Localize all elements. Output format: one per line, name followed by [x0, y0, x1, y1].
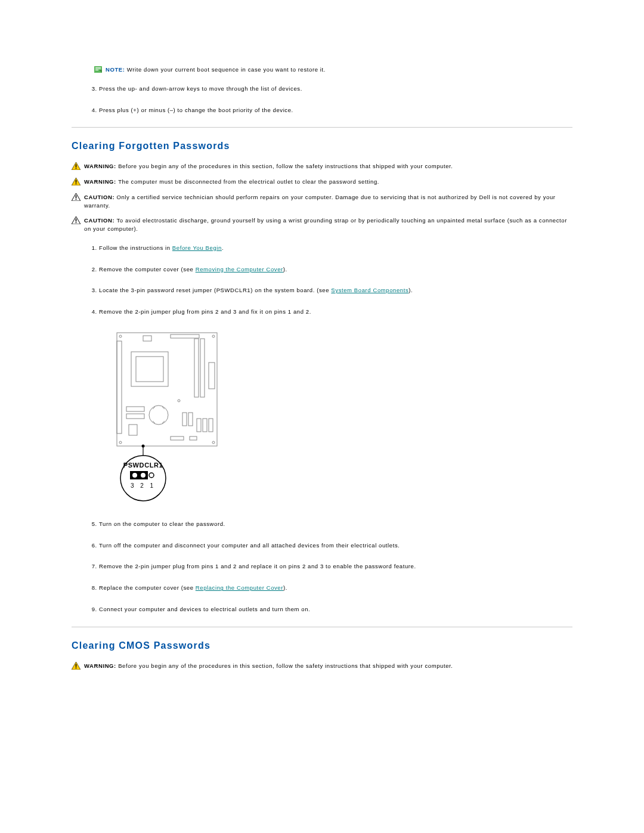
step-text: Locate the 3-pin password reset jumper (…: [99, 287, 331, 293]
step-item: Press plus (+) or minus (–) to change th…: [99, 106, 572, 114]
svg-rect-6: [76, 168, 77, 169]
note-body: Write down your current boot sequence in…: [127, 66, 326, 73]
caution-icon: [72, 216, 80, 224]
warning-body: The computer must be disconnected from t…: [118, 178, 379, 185]
warning-label: WARNING:: [84, 662, 118, 669]
admonition-list-section1: WARNING: Before you begin any of the pro…: [72, 162, 572, 233]
svg-rect-15: [76, 222, 77, 224]
caution-block: CAUTION: Only a certified service techni…: [72, 193, 572, 210]
system-board-figure: PSWDCLR1 3 2 1: [113, 329, 572, 503]
doc-link[interactable]: Removing the Computer Cover: [196, 266, 283, 272]
step-text: Remove the 2-pin jumper plug from pins 2…: [99, 308, 311, 315]
doc-link[interactable]: System Board Components: [331, 287, 408, 293]
warning-label: WARNING:: [84, 178, 118, 185]
doc-link[interactable]: Before You Begin: [172, 244, 222, 251]
svg-rect-16: [117, 333, 217, 446]
step-item: Remove the computer cover (see Removing …: [99, 265, 572, 274]
warning-icon: [72, 662, 80, 670]
step-item: Turn on the computer to clear the passwo…: [99, 520, 572, 528]
jumper-pins: 3 2 1: [131, 482, 156, 489]
step-text: Replace the computer cover (see: [99, 584, 196, 591]
step-item: Locate the 3-pin password reset jumper (…: [99, 286, 572, 295]
warning-text: WARNING: Before you begin any of the pro…: [84, 662, 453, 670]
warning-icon: [72, 162, 80, 170]
svg-rect-14: [76, 219, 77, 222]
warning-block: WARNING: Before you begin any of the pro…: [72, 162, 572, 171]
warning-icon: [72, 178, 80, 185]
svg-rect-53: [76, 664, 77, 667]
svg-rect-54: [76, 667, 77, 668]
svg-point-50: [141, 473, 145, 478]
step-text-post: ).: [283, 266, 287, 272]
step-item: Turn off the computer and disconnect you…: [99, 541, 572, 550]
step-text: Turn off the computer and disconnect you…: [99, 542, 400, 549]
step-text: Remove the 2-pin jumper plug from pins 1…: [99, 563, 416, 569]
warning-body: Before you begin any of the procedures i…: [118, 662, 453, 669]
warning-label: WARNING:: [84, 163, 118, 169]
section-title-clearing-forgotten-passwords: Clearing Forgotten Passwords: [72, 141, 572, 151]
caution-body: Only a certified service technician shou…: [84, 194, 556, 209]
svg-rect-8: [76, 180, 77, 183]
step-item: Follow the instructions in Before You Be…: [99, 244, 572, 252]
procedure-steps-a: Follow the instructions in Before You Be…: [94, 244, 572, 316]
svg-rect-1: [95, 67, 101, 68]
note-label: NOTE:: [106, 66, 125, 73]
caution-text: CAUTION: To avoid electrostatic discharg…: [84, 216, 572, 233]
step-text: Connect your computer and devices to ele…: [99, 606, 310, 612]
caution-block: CAUTION: To avoid electrostatic discharg…: [72, 216, 572, 233]
svg-rect-5: [76, 165, 77, 168]
svg-point-49: [132, 473, 137, 478]
section-divider: [72, 127, 572, 128]
doc-link[interactable]: Replacing the Computer Cover: [196, 584, 283, 591]
step-item: Press the up- and down-arrow keys to mov…: [99, 85, 572, 93]
warning-text: WARNING: Before you begin any of the pro…: [84, 162, 453, 171]
step-text: Turn on the computer to clear the passwo…: [99, 521, 225, 527]
note-text: NOTE: Write down your current boot seque…: [106, 66, 326, 74]
svg-rect-11: [76, 195, 77, 198]
section-divider: [72, 627, 572, 627]
jumper-label: PSWDCLR1: [123, 462, 163, 469]
warning-block: WARNING: The computer must be disconnect…: [72, 178, 572, 186]
boot-steps-list: Press the up- and down-arrow keys to mov…: [94, 85, 572, 114]
admonition-list-section2: WARNING: Before you begin any of the pro…: [72, 662, 572, 670]
warning-body: Before you begin any of the procedures i…: [118, 163, 453, 169]
caution-text: CAUTION: Only a certified service techni…: [84, 193, 572, 210]
caution-label: CAUTION:: [84, 217, 116, 224]
step-item: Connect your computer and devices to ele…: [99, 605, 572, 614]
caution-body: To avoid electrostatic discharge, ground…: [84, 217, 567, 232]
warning-block: WARNING: Before you begin any of the pro…: [72, 662, 572, 670]
note-block: NOTE: Write down your current boot seque…: [94, 66, 572, 74]
warning-text: WARNING: The computer must be disconnect…: [84, 178, 379, 186]
caution-icon: [72, 193, 80, 201]
svg-rect-2: [95, 69, 101, 69]
caution-label: CAUTION:: [84, 194, 116, 200]
step-item: Remove the 2-pin jumper plug from pins 2…: [99, 308, 572, 316]
step-text-post: ).: [408, 287, 413, 293]
step-item: Remove the 2-pin jumper plug from pins 1…: [99, 562, 572, 571]
note-icon: [94, 66, 102, 73]
svg-rect-12: [76, 199, 77, 200]
svg-rect-9: [76, 184, 77, 185]
step-text-post: ).: [283, 584, 287, 591]
section-title-clearing-cmos-passwords: Clearing CMOS Passwords: [72, 640, 572, 651]
step-text-post: .: [222, 244, 224, 251]
svg-rect-0: [94, 66, 102, 73]
step-text: Follow the instructions in: [99, 244, 172, 251]
svg-rect-3: [95, 70, 98, 70]
step-item: Replace the computer cover (see Replacin…: [99, 584, 572, 592]
procedure-steps-b: Turn on the computer to clear the passwo…: [94, 520, 572, 614]
step-text: Remove the computer cover (see: [99, 266, 196, 272]
